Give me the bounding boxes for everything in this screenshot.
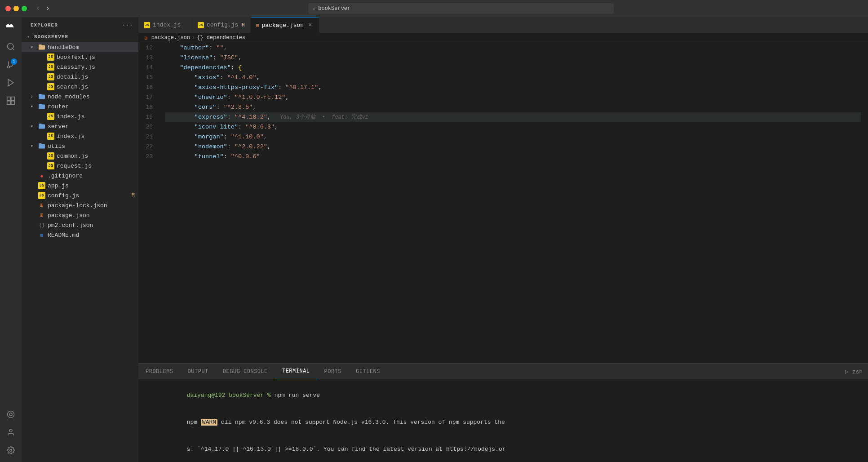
config-icon: JS xyxy=(38,191,46,200)
code-editor: 12 13 14 15 16 17 18 19 20 21 22 23 xyxy=(138,43,868,363)
breadcrumb-section: {} dependencies xyxy=(197,35,245,41)
tab-config-js-modified: M xyxy=(242,22,245,28)
activity-search[interactable] xyxy=(3,39,19,55)
back-arrow[interactable]: ‹ xyxy=(34,4,42,13)
tree-item-common[interactable]: JS common.js xyxy=(22,151,138,161)
svg-marker-5 xyxy=(8,80,13,86)
panel-tab-terminal[interactable]: TERMINAL xyxy=(275,364,317,379)
panel-new-terminal-icon[interactable]: ▷ zsh xyxy=(845,368,863,375)
panel-tab-debug-console[interactable]: DEBUG CONSOLE xyxy=(216,364,275,379)
terminal-line-2: npm WARN cli npm v9.6.3 does not support… xyxy=(145,409,862,436)
common-icon: JS xyxy=(47,152,55,160)
tree-item-gitignore[interactable]: ◆ .gitignore xyxy=(22,171,138,181)
tab-index-js-label: index.js xyxy=(153,22,181,28)
code-line-20: "iconv-lite": "^0.6.3", xyxy=(165,122,861,132)
maximize-button[interactable] xyxy=(22,6,27,11)
svg-point-11 xyxy=(9,413,12,416)
panel-tab-output[interactable]: OUTPUT xyxy=(181,364,216,379)
tree-item-pm2[interactable]: {} pm2.conf.json xyxy=(22,220,138,230)
request-icon: JS xyxy=(47,162,55,170)
title-bar: ‹ › ⌕ bookServer xyxy=(0,0,868,17)
sidebar-title: EXPLORER xyxy=(31,22,58,28)
tree-item-handleDom[interactable]: ▾ handleDom xyxy=(22,42,138,52)
tree-item-utils[interactable]: ▾ utils xyxy=(22,141,138,151)
terminal-line-3-text: s: `^14.17.0 || ^16.13.0 || >=18.0.0`. Y… xyxy=(187,446,506,453)
tree-item-server[interactable]: ▾ server xyxy=(22,121,138,131)
tree-item-config[interactable]: JS config.js M xyxy=(22,191,138,200)
router-label: router xyxy=(48,103,138,110)
tree-item-readme[interactable]: ▤ README.md xyxy=(22,230,138,240)
tree-item-pkg-lock[interactable]: ⊞ package-lock.json xyxy=(22,200,138,210)
activity-remote[interactable] xyxy=(3,406,19,422)
terminal-cmd: npm run serve xyxy=(275,392,320,399)
panel-tab-ports[interactable]: PORTS xyxy=(317,364,349,379)
tree-item-pkg[interactable]: ⊞ package.json xyxy=(22,210,138,220)
close-button[interactable] xyxy=(5,6,11,11)
readme-label: README.md xyxy=(48,232,138,239)
utils-label: utils xyxy=(48,143,138,150)
tree-item-router[interactable]: ▾ router xyxy=(22,102,138,111)
classify-icon: JS xyxy=(47,63,55,71)
editor-area: JS index.js JS config.js M ⊞ package.jso… xyxy=(138,17,868,462)
tree-root[interactable]: ▾ BOOKSERVER xyxy=(22,31,138,42)
tab-package-json[interactable]: ⊞ package.json × xyxy=(251,17,319,33)
router-icon xyxy=(38,102,46,111)
terminal-prompt: daiyang@192 bookServer % xyxy=(187,392,275,399)
terminal-npm-text: npm xyxy=(187,419,201,426)
app-label: app.js xyxy=(48,182,138,189)
activity-run[interactable] xyxy=(3,75,19,91)
svg-line-1 xyxy=(13,49,14,50)
utils-icon xyxy=(38,142,46,150)
tab-bar: JS index.js JS config.js M ⊞ package.jso… xyxy=(138,17,868,33)
tree-item-bookText[interactable]: JS bookText.js xyxy=(22,52,138,62)
detail-icon: JS xyxy=(47,73,55,81)
minimize-button[interactable] xyxy=(13,6,19,11)
tree-item-classify[interactable]: JS classify.js xyxy=(22,62,138,72)
tree-item-detail[interactable]: JS detail.js xyxy=(22,72,138,82)
tree-item-request[interactable]: JS request.js xyxy=(22,161,138,171)
panel-tab-gitlens[interactable]: GITLENS xyxy=(349,364,387,379)
pkg-label: package.json xyxy=(48,212,138,219)
breadcrumb: ⊞ package.json › {} dependencies xyxy=(138,33,868,43)
breadcrumb-sep: › xyxy=(192,35,195,41)
tab-index-js[interactable]: JS index.js xyxy=(138,17,192,33)
tab-package-json-close[interactable]: × xyxy=(306,22,314,29)
tab-config-js[interactable]: JS config.js M xyxy=(192,17,251,33)
root-label: BOOKSERVER xyxy=(34,34,68,40)
panel-tab-problems[interactable]: PROBLEMS xyxy=(138,364,181,379)
svg-point-10 xyxy=(8,411,14,418)
sidebar-more-actions[interactable]: ··· xyxy=(122,22,133,29)
activity-settings[interactable] xyxy=(3,442,19,458)
code-content[interactable]: 12 13 14 15 16 17 18 19 20 21 22 23 xyxy=(138,43,868,363)
tab-index-js-icon: JS xyxy=(144,22,150,28)
router-index-label: index.js xyxy=(57,113,138,120)
search-bar[interactable]: ⌕ bookServer xyxy=(308,3,614,14)
code-line-22: "nodemon": "^2.0.22", xyxy=(165,142,861,152)
svg-rect-8 xyxy=(7,101,11,105)
activity-extensions[interactable] xyxy=(3,93,19,109)
router-arrow: ▾ xyxy=(31,104,38,109)
config-label: config.js xyxy=(48,192,132,199)
tree-item-node_modules[interactable]: › node_modules xyxy=(22,92,138,102)
forward-arrow[interactable]: › xyxy=(44,4,52,13)
sidebar: EXPLORER ··· ▾ BOOKSERVER ▾ handleDom JS… xyxy=(22,17,138,462)
activity-files[interactable] xyxy=(3,21,19,37)
svg-point-0 xyxy=(8,44,13,49)
terminal-warn-text: cli npm v9.6.3 does not support Node.js … xyxy=(217,419,505,426)
breadcrumb-file: package.json xyxy=(151,35,190,41)
pkg-lock-icon: ⊞ xyxy=(38,201,46,209)
app-icon: JS xyxy=(38,182,46,190)
bookText-label: bookText.js xyxy=(57,54,138,61)
tree-item-router-index[interactable]: JS index.js xyxy=(22,111,138,121)
activity-accounts[interactable] xyxy=(3,424,19,440)
detail-label: detail.js xyxy=(57,74,138,80)
tree-item-app[interactable]: JS app.js xyxy=(22,181,138,191)
router-index-icon: JS xyxy=(47,112,55,120)
server-index-label: index.js xyxy=(57,133,138,140)
server-index-icon: JS xyxy=(47,132,55,140)
activity-source-control[interactable]: 1 xyxy=(3,57,19,73)
terminal-content[interactable]: daiyang@192 bookServer % npm run serve n… xyxy=(138,379,868,462)
pkg-icon: ⊞ xyxy=(38,211,46,219)
tree-item-server-index[interactable]: JS index.js xyxy=(22,131,138,141)
tree-item-search[interactable]: JS search.js xyxy=(22,82,138,92)
